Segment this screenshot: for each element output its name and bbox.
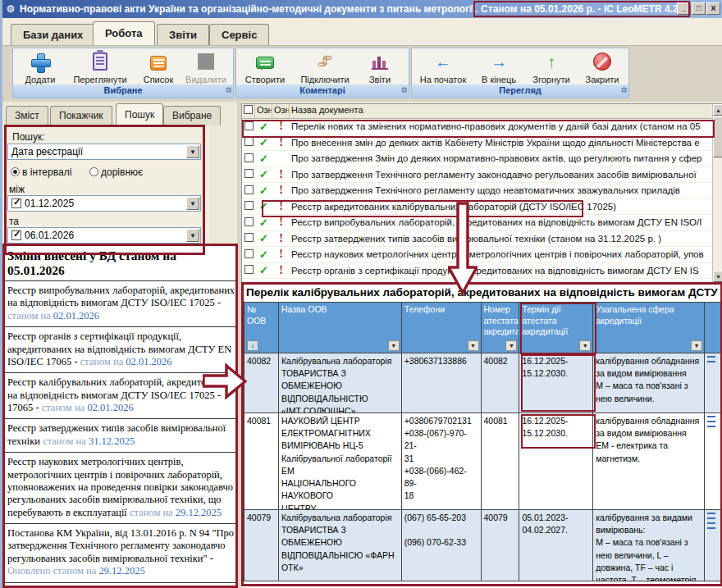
- date-from-checkbox[interactable]: [11, 198, 21, 208]
- changes-item: Реєстр органів з сертифікації продукції,…: [2, 327, 240, 373]
- link-fragment: [707, 527, 715, 529]
- close-button[interactable]: X: [706, 2, 720, 15]
- attach-button[interactable]: 🖇︎ Підключити: [292, 51, 358, 85]
- radio-dot-icon[interactable]: [11, 167, 20, 176]
- cell-partial-links: [705, 353, 722, 413]
- changes-date-link[interactable]: 29.12.2025: [98, 565, 144, 577]
- tab-work[interactable]: Робота: [93, 21, 155, 45]
- go-start-button[interactable]: ← На початок: [414, 51, 473, 85]
- tab-reports[interactable]: Звіти: [157, 24, 209, 45]
- dialog-launcher-icon[interactable]: ⊡: [401, 84, 407, 96]
- date-to-field[interactable]: 06.01.2026▼: [7, 227, 201, 244]
- table-row[interactable]: 40079Калібрувальна лабораторія ТОВАРИСТВ…: [244, 510, 722, 581]
- doc-list-row[interactable]: ✓!Перелік нових та змінених нормативно-п…: [242, 119, 713, 135]
- radio-dot-icon[interactable]: [89, 167, 98, 176]
- chevron-down-icon[interactable]: ▼: [186, 197, 199, 210]
- doc-list-row[interactable]: ✓!Про затвердження Технічного регламенту…: [242, 183, 713, 199]
- header-cert-number[interactable]: Номер атестата акредитації ▼: [482, 303, 520, 353]
- tab-contents[interactable]: Зміст: [6, 106, 48, 125]
- chevron-down-icon[interactable]: ▼: [186, 229, 199, 242]
- header-oov-name[interactable]: Назва ООВ ▼: [279, 303, 402, 353]
- row-checkbox[interactable]: [244, 265, 254, 274]
- filter-icon[interactable]: ▼: [388, 340, 400, 351]
- read-check-icon: ✓: [259, 217, 268, 229]
- row-checkbox[interactable]: [244, 185, 254, 194]
- doc-list-row[interactable]: ✓!Реєстр органів з сертифікації продукці…: [242, 263, 713, 280]
- select-all-checkbox[interactable]: [244, 105, 253, 114]
- dialog-launcher-icon[interactable]: ⊡: [621, 84, 627, 96]
- table-row[interactable]: 40082Калібрувальна лабораторія ТОВАРИСТВ…: [244, 353, 722, 413]
- search-field-select[interactable]: Дата реєстрації▼: [7, 144, 201, 160]
- lab-table: № ООВ ↓ Назва ООВ ▼ Телефони ▼ Номер ате…: [244, 302, 722, 581]
- new-flag-icon: !: [279, 248, 283, 260]
- changes-date-link[interactable]: 29.12.2025: [176, 507, 222, 518]
- tab-favorites[interactable]: Вибране: [163, 106, 221, 125]
- radio-interval[interactable]: в інтервалі: [11, 166, 71, 178]
- reports-button[interactable]: Звіти: [358, 51, 402, 85]
- row-checkbox[interactable]: [244, 249, 254, 258]
- tab-index[interactable]: Покажчик: [50, 106, 112, 125]
- row-checkbox[interactable]: [244, 137, 254, 146]
- tab-databases[interactable]: Бази даних: [11, 24, 95, 45]
- list-button[interactable]: Список: [135, 51, 182, 85]
- scroll-down-icon[interactable]: ▼: [713, 271, 722, 282]
- tab-search[interactable]: Пошук: [116, 103, 163, 125]
- row-checkbox[interactable]: [244, 233, 254, 242]
- link-fragment: [707, 421, 715, 422]
- create-comment-button[interactable]: Створити: [238, 51, 292, 85]
- doc-list-row[interactable]: ✓Про затвердження Змін до деяких нормати…: [242, 151, 713, 167]
- doc-list-row[interactable]: ✓!Реєстр затверджених типів засобів вимі…: [242, 231, 713, 248]
- collapse-button[interactable]: ↑ Згорнути: [525, 51, 578, 85]
- chevron-down-icon[interactable]: ▼: [186, 145, 199, 158]
- column-read[interactable]: Озн: [255, 104, 272, 118]
- column-flag[interactable]: Озн: [272, 104, 290, 118]
- scroll-thumb[interactable]: [713, 116, 722, 157]
- changes-item: Реєстр затверджених типів засобів вимірю…: [2, 419, 240, 453]
- view-button[interactable]: Переглянути: [66, 51, 135, 85]
- column-title[interactable]: Назва документа: [290, 104, 722, 118]
- doc-title: Про внесення змін до деяких актів Кабіне…: [290, 138, 713, 148]
- header-phones[interactable]: Телефони ▼: [402, 303, 482, 353]
- filter-icon[interactable]: ▼: [579, 340, 591, 351]
- date-to-checkbox[interactable]: [11, 230, 21, 240]
- sort-icon[interactable]: ↓: [247, 340, 258, 351]
- header-scope[interactable]: Узагальнена сфера акредитації ▼: [593, 303, 705, 353]
- link-fragment: [707, 522, 715, 524]
- close-db-button[interactable]: Закрити: [578, 51, 627, 85]
- filter-icon[interactable]: ▼: [468, 340, 479, 351]
- doc-list-row[interactable]: ✓!Реєстр випробувальних лабораторій, акр…: [242, 215, 713, 231]
- scroll-up-icon[interactable]: ▲: [713, 104, 722, 116]
- table-row[interactable]: 40081НАУКОВИЙ ЦЕНТР ЕЛЕКТРОМАГНІТНИХ ВИМ…: [244, 413, 722, 510]
- row-checkbox[interactable]: [244, 217, 254, 226]
- radio-equals[interactable]: дорівнює: [89, 166, 143, 178]
- maximize-button[interactable]: □: [692, 2, 706, 15]
- changes-heading: Зміни внесені у БД станом на 05.01.2026: [2, 244, 240, 281]
- header-cert-term[interactable]: Термін дії атестата акредитації ▼: [519, 303, 593, 353]
- date-from-field[interactable]: 01.12.2025▼: [7, 195, 201, 212]
- doc-list-row[interactable]: ✓!Реєстр акредитованих калібрувальних ла…: [242, 199, 713, 216]
- read-check-icon: ✓: [259, 153, 268, 165]
- changes-date-link[interactable]: 02.01.2026: [126, 356, 171, 367]
- add-button[interactable]: Додати: [15, 51, 66, 85]
- changes-date-link[interactable]: 31.12.2025: [89, 435, 135, 447]
- row-checkbox[interactable]: [244, 169, 254, 178]
- filter-icon[interactable]: ▼: [505, 340, 517, 351]
- go-end-button[interactable]: → В кінець: [473, 51, 525, 85]
- changes-date-link[interactable]: 02.01.2026: [53, 310, 99, 321]
- row-checkbox[interactable]: [244, 153, 254, 162]
- filter-icon[interactable]: ▼: [691, 340, 702, 351]
- doc-list-scrollbar[interactable]: ▲ ▼: [712, 104, 722, 282]
- doc-list-row[interactable]: ✓!Реєстр наукових метрологічних центрів,…: [242, 247, 713, 263]
- doc-list-row[interactable]: ✓!Про затвердження Технічного регламенту…: [242, 167, 713, 184]
- link-fragment: [707, 513, 715, 514]
- row-checkbox[interactable]: [244, 201, 254, 210]
- doc-list-row[interactable]: ✓!Про внесення змін до деяких актів Кабі…: [242, 135, 713, 152]
- minimize-button[interactable]: _: [677, 2, 691, 15]
- row-checkbox[interactable]: [244, 121, 254, 130]
- tab-service[interactable]: Сервіс: [209, 24, 269, 45]
- bar-chart-icon: [372, 55, 388, 70]
- dialog-launcher-icon[interactable]: ⊡: [226, 84, 231, 96]
- changes-date-link[interactable]: 02.01.2026: [87, 402, 133, 413]
- and-label: та: [9, 216, 19, 227]
- header-oov-number[interactable]: № ООВ ↓: [244, 303, 279, 353]
